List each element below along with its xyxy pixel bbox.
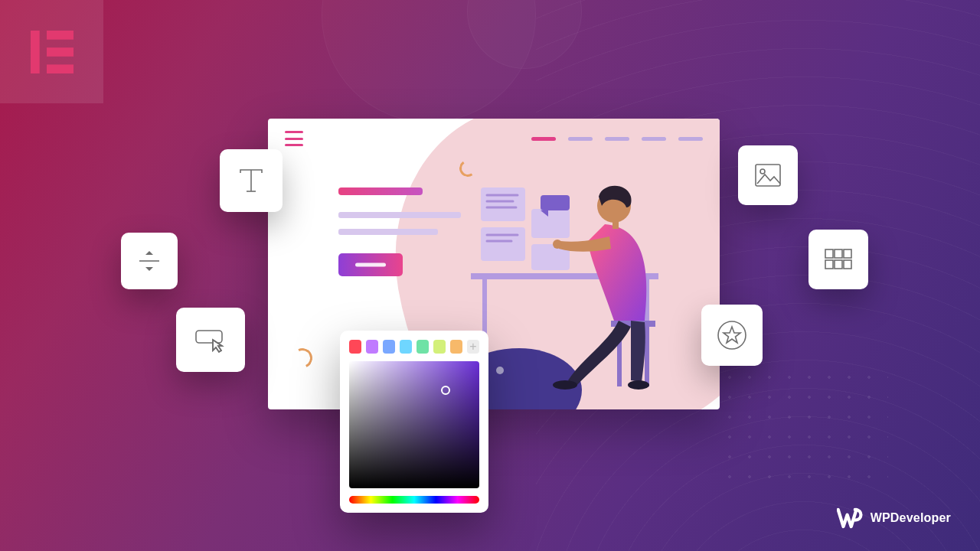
- nav-item[interactable]: [531, 137, 556, 141]
- text-widget-card[interactable]: [220, 149, 283, 212]
- svg-rect-31: [844, 249, 851, 258]
- color-swatch[interactable]: [450, 340, 462, 354]
- svg-rect-12: [531, 209, 570, 238]
- background-dots: [720, 367, 888, 490]
- nav-item[interactable]: [568, 137, 593, 141]
- nav-item[interactable]: [642, 137, 666, 141]
- button-widget-card[interactable]: [176, 308, 245, 372]
- color-swatch[interactable]: [383, 340, 395, 354]
- svg-rect-30: [835, 249, 842, 258]
- mockup-header: [285, 131, 703, 146]
- color-swatch[interactable]: [366, 340, 378, 354]
- gallery-widget-card[interactable]: [808, 230, 868, 289]
- svg-rect-9: [645, 327, 649, 386]
- svg-rect-26: [196, 331, 222, 343]
- designer-illustration: [467, 151, 689, 396]
- brand-mark-icon: [837, 507, 863, 530]
- color-swatch[interactable]: [400, 340, 412, 354]
- button-icon: [193, 324, 228, 355]
- color-saturation-area[interactable]: [349, 361, 479, 488]
- star-widget-card[interactable]: [701, 305, 763, 366]
- color-swatch-row: +: [349, 340, 479, 354]
- elementor-icon: [25, 25, 79, 79]
- svg-rect-0: [31, 31, 40, 73]
- color-picker[interactable]: +: [340, 331, 488, 513]
- svg-point-20: [553, 380, 577, 390]
- brand-text: WPDeveloper: [871, 511, 951, 525]
- mockup-hero-text: [338, 187, 476, 276]
- svg-rect-2: [47, 47, 74, 57]
- website-mockup: [268, 119, 720, 409]
- svg-rect-19: [541, 195, 570, 210]
- svg-rect-11: [481, 227, 525, 261]
- add-swatch-button[interactable]: +: [467, 340, 479, 354]
- grid-icon: [824, 248, 853, 271]
- svg-rect-1: [47, 31, 74, 40]
- nav-item[interactable]: [605, 137, 629, 141]
- spacer-widget-card[interactable]: [121, 233, 178, 289]
- mockup-heading: [338, 187, 423, 195]
- mockup-text-line: [338, 229, 438, 235]
- image-icon: [753, 162, 782, 188]
- text-icon: [236, 165, 266, 196]
- hue-slider[interactable]: [349, 496, 479, 504]
- color-swatch[interactable]: [416, 340, 429, 354]
- svg-rect-29: [825, 249, 833, 258]
- nav-item[interactable]: [678, 137, 703, 141]
- image-widget-card[interactable]: [738, 145, 798, 205]
- svg-rect-24: [612, 220, 619, 229]
- mockup-text-line: [338, 212, 461, 218]
- hamburger-icon[interactable]: [285, 131, 303, 146]
- svg-point-28: [760, 169, 765, 174]
- color-swatch[interactable]: [349, 340, 361, 354]
- svg-rect-32: [825, 260, 833, 269]
- svg-rect-27: [756, 165, 780, 186]
- elementor-logo: [0, 0, 103, 103]
- svg-rect-34: [844, 260, 851, 269]
- star-icon: [716, 319, 748, 351]
- svg-rect-10: [481, 187, 525, 221]
- spacer-icon: [136, 248, 162, 274]
- wpdeveloper-logo: WPDeveloper: [837, 507, 951, 530]
- mockup-nav: [531, 137, 703, 141]
- color-cursor[interactable]: [441, 386, 450, 395]
- svg-rect-3: [47, 64, 74, 73]
- svg-point-22: [553, 240, 562, 249]
- color-swatch[interactable]: [433, 340, 446, 354]
- svg-rect-33: [835, 260, 842, 269]
- svg-point-21: [628, 380, 649, 390]
- mockup-cta-button[interactable]: [338, 253, 403, 276]
- loader-icon: [289, 345, 315, 370]
